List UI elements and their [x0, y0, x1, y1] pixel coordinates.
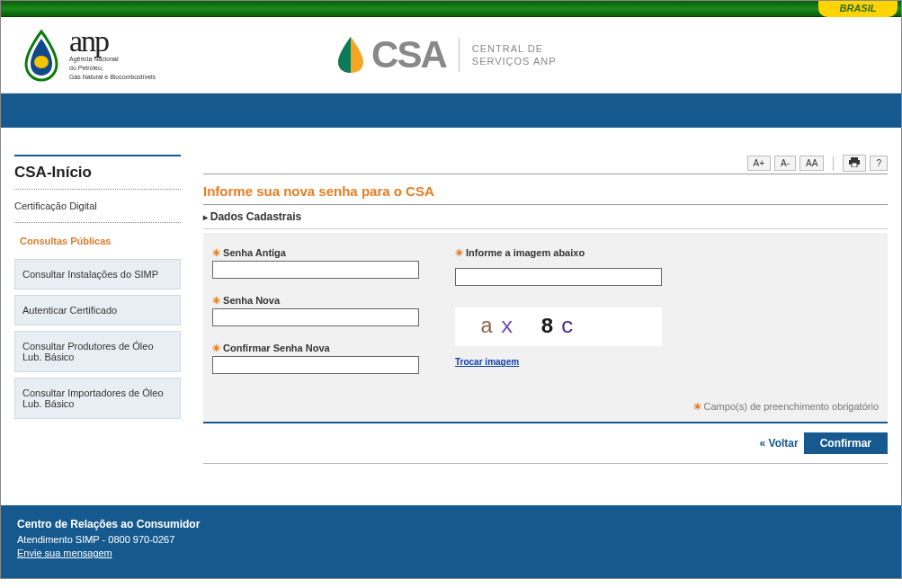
font-decrease-button[interactable]: A-: [774, 156, 796, 171]
sidebar-title[interactable]: CSA-Início: [14, 155, 181, 190]
sidebar-section-header: Consultas Públicas: [14, 223, 181, 259]
brasil-badge[interactable]: BRASIL: [818, 1, 898, 17]
anp-subtitle-1: Agência Nacional: [69, 56, 156, 63]
required-note: ✳ Campo(s) de preenchimento obrigatório: [212, 401, 879, 413]
divider: [459, 38, 460, 72]
sidebar-cert-link[interactable]: Certificação Digital: [14, 195, 181, 223]
footer-title: Centro de Relações ao Consumidor: [17, 518, 885, 530]
csa-logo-text: CSA: [371, 33, 446, 76]
navbar: [1, 94, 901, 128]
captcha-input[interactable]: [455, 268, 662, 286]
sidebar-item-produtores[interactable]: Consultar Produtores de Óleo Lub. Básico: [14, 331, 181, 372]
old-password-label: ✳ Senha Antiga: [212, 247, 419, 259]
sidebar-item-importadores[interactable]: Consultar Importadores de Óleo Lub. Bási…: [14, 378, 181, 419]
change-captcha-link[interactable]: Trocar imagem: [455, 357, 662, 367]
svg-rect-1: [851, 157, 858, 160]
new-password-label: ✳ Senha Nova: [212, 295, 419, 307]
subsection-header[interactable]: Dados Cadastrais: [203, 204, 888, 229]
confirm-password-label: ✳ Confirmar Senha Nova: [212, 343, 419, 354]
confirm-button[interactable]: Confirmar: [804, 432, 888, 454]
anp-drop-icon: [19, 28, 64, 82]
page-title: Informe sua nova senha para o CSA: [203, 180, 888, 204]
top-gov-bar: BRASIL: [1, 1, 901, 17]
sidebar-item-simp[interactable]: Consultar Instalações do SIMP: [14, 259, 181, 290]
font-increase-button[interactable]: A+: [747, 156, 772, 171]
csa-desc-2: SERVIÇOS ANP: [472, 55, 557, 67]
logo-anp[interactable]: anp Agência Nacional do Petróleo, Gás Na…: [19, 28, 156, 82]
footer: Centro de Relações ao Consumidor Atendim…: [1, 505, 901, 578]
print-button[interactable]: [843, 155, 866, 172]
anp-logo-text: anp: [69, 29, 156, 54]
actions-bar: « Voltar Confirmar: [203, 423, 888, 464]
content: A+ A- AA ? Informe sua nova senha para o…: [203, 155, 888, 469]
footer-phone: Atendimento SIMP - 0800 970-0267: [17, 534, 885, 545]
separator: [833, 156, 834, 171]
captcha-label: ✳ Informe a imagem abaixo: [455, 247, 662, 259]
svg-rect-3: [852, 163, 857, 167]
svg-point-0: [34, 56, 49, 68]
new-password-input[interactable]: [212, 308, 419, 326]
logo-csa: CSA CENTRAL DE SERVIÇOS ANP: [335, 33, 556, 76]
subsection-label: Dados Cadastrais: [210, 210, 301, 223]
header: anp Agência Nacional do Petróleo, Gás Na…: [1, 17, 901, 94]
footer-contact-link[interactable]: Envie sua mensagem: [17, 548, 112, 558]
csa-drop-icon: [335, 35, 366, 75]
csa-desc-1: CENTRAL DE: [472, 42, 557, 55]
old-password-input[interactable]: [212, 261, 419, 279]
confirm-password-input[interactable]: [212, 356, 419, 374]
sidebar: CSA-Início Certificação Digital Consulta…: [14, 155, 181, 469]
print-icon: [849, 157, 860, 167]
form-area: ✳ Senha Antiga ✳ Senha Nova ✳ Confirmar …: [203, 233, 888, 423]
anp-subtitle-2: do Petróleo,: [69, 65, 156, 72]
help-button[interactable]: ?: [870, 156, 888, 171]
anp-subtitle-3: Gás Natural e Biocombustíveis: [69, 74, 156, 81]
toolbar: A+ A- AA ?: [203, 155, 888, 174]
font-reset-button[interactable]: AA: [799, 156, 824, 171]
captcha-image: ax 8c: [455, 307, 662, 346]
back-link[interactable]: « Voltar: [760, 437, 799, 450]
sidebar-item-autenticar[interactable]: Autenticar Certificado: [14, 295, 181, 325]
